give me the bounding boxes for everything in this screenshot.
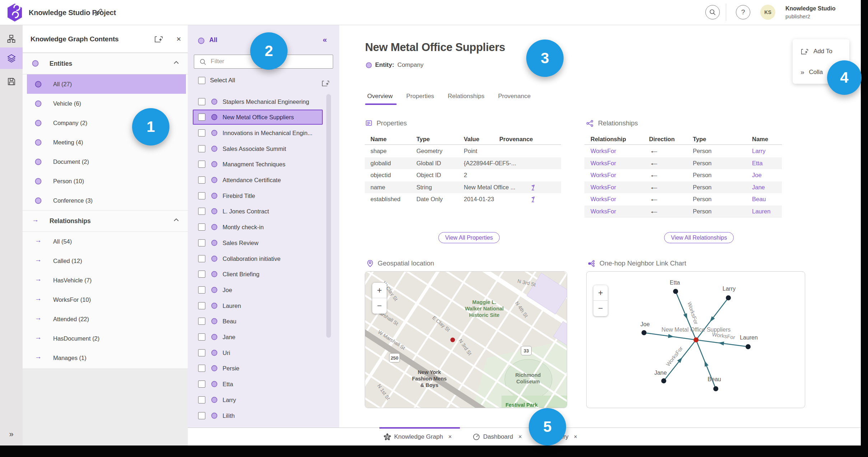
close-tab-icon[interactable]: × [574, 434, 577, 440]
contents-item[interactable]: Conference (3) [23, 191, 188, 210]
provenance-flag-icon[interactable] [531, 184, 537, 191]
help-button[interactable]: ? [736, 5, 750, 19]
item-checkbox[interactable] [198, 365, 205, 372]
contents-item[interactable]: →All (54) [23, 232, 188, 251]
entity-list-item[interactable]: Etta [188, 376, 339, 392]
add-selection-icon[interactable] [321, 79, 330, 88]
item-checkbox[interactable] [198, 129, 205, 137]
entity-list-item[interactable]: Firebird Title [188, 188, 339, 204]
section-header-relationships[interactable]: → Relationships [23, 210, 188, 232]
view-all-properties-button[interactable]: View All Properties [438, 232, 500, 243]
item-checkbox[interactable] [198, 412, 205, 419]
bottom-tab-dashboard[interactable]: Dashboard× [468, 428, 527, 446]
view-all-relationships-button[interactable]: View All Relationships [664, 232, 734, 243]
zoom-out-button[interactable]: − [593, 301, 608, 316]
contents-item[interactable]: →HasDocument (2) [23, 329, 188, 348]
contents-item[interactable]: →Called (12) [23, 251, 188, 271]
entity-list-item[interactable]: Joe [188, 282, 339, 298]
add-to-new-map-icon[interactable] [154, 34, 163, 44]
bottom-tab-knowledge-graph[interactable]: Knowledge Graph× [379, 428, 460, 446]
zoom-in-button[interactable]: + [593, 285, 608, 301]
item-checkbox[interactable] [198, 98, 205, 105]
select-all-checkbox[interactable] [198, 77, 205, 84]
entity-list-item[interactable]: New Metal Office Suppliers [188, 109, 339, 125]
contents-item[interactable]: →Manages (1) [23, 348, 188, 368]
item-checkbox[interactable] [198, 380, 205, 388]
item-checkbox[interactable] [198, 176, 205, 184]
rel-name-link[interactable]: Joe [752, 172, 762, 179]
contents-item[interactable]: Person (10) [23, 171, 188, 191]
rel-name-link[interactable]: Larry [752, 148, 766, 154]
chevron-up-icon[interactable] [173, 217, 179, 223]
contents-item[interactable]: All (27) [23, 74, 188, 94]
entity-list-item[interactable]: Lauren [188, 298, 339, 314]
entity-list-item[interactable]: Client Briefing [188, 266, 339, 282]
rel-name-link[interactable]: Beau [752, 196, 766, 203]
item-checkbox[interactable] [198, 239, 205, 246]
entity-list-item[interactable]: Persie [188, 360, 339, 376]
search-button[interactable] [705, 5, 720, 19]
entity-list-item[interactable]: Sales Review [188, 235, 339, 251]
rel-name-link[interactable]: Etta [752, 160, 762, 167]
tab-properties[interactable]: Properties [406, 93, 434, 100]
entity-list-item[interactable]: Attendance Certificate [188, 172, 339, 188]
relationship-link[interactable]: WorksFor [591, 196, 616, 203]
item-checkbox[interactable] [198, 271, 205, 278]
link-chart[interactable]: EttaLarryJoeLaurenJaneBeauNew Metal Offi… [586, 271, 805, 408]
model-tool-icon[interactable] [0, 28, 23, 50]
relationship-link[interactable]: WorksFor [591, 148, 616, 154]
contents-item[interactable]: Vehicle (6) [23, 94, 188, 113]
entity-list-item[interactable]: Beau [188, 313, 339, 329]
zoom-in-button[interactable]: + [372, 283, 387, 298]
relationship-link[interactable]: WorksFor [591, 184, 616, 191]
add-to-menu-item[interactable]: Add To [793, 44, 849, 59]
geospatial-map[interactable]: W Clay StN 3rd StN 4th StMarshall StE Cl… [365, 271, 567, 408]
relationship-link[interactable]: WorksFor [591, 208, 616, 215]
close-tab-icon[interactable]: × [448, 434, 452, 440]
item-checkbox[interactable] [198, 396, 205, 403]
collapse-panel-icon[interactable]: « [323, 35, 327, 44]
item-checkbox[interactable] [198, 192, 205, 199]
close-panel-icon[interactable]: × [174, 34, 183, 44]
entity-list-item[interactable]: Montly check-in [188, 219, 339, 235]
item-checkbox[interactable] [198, 223, 205, 231]
entity-list-item[interactable]: Lilith [188, 408, 339, 424]
entity-list-item[interactable]: Sales Associate Summit [188, 141, 339, 157]
entity-list-item[interactable]: Jane [188, 329, 339, 345]
chevron-up-icon[interactable] [173, 60, 179, 66]
tab-provenance[interactable]: Provenance [498, 93, 531, 100]
entity-list-item[interactable]: L. Jones Contract [188, 203, 339, 219]
item-checkbox[interactable] [198, 145, 205, 152]
rel-name-link[interactable]: Jane [752, 184, 765, 191]
layers-tool-icon[interactable] [0, 47, 23, 69]
tab-relationships[interactable]: Relationships [448, 93, 484, 100]
entity-list-item[interactable]: Innovations in Mechanical Engin... [188, 125, 339, 141]
contents-item[interactable]: →HasVehicle (7) [23, 271, 188, 290]
entity-list-item[interactable]: Larry [188, 392, 339, 408]
tab-overview[interactable]: Overview [367, 93, 393, 100]
scrollbar[interactable] [326, 94, 331, 338]
close-tab-icon[interactable]: × [518, 434, 522, 440]
zoom-out-button[interactable]: − [372, 298, 387, 314]
provenance-flag-icon[interactable] [531, 196, 537, 203]
item-checkbox[interactable] [198, 286, 205, 294]
item-checkbox[interactable] [198, 208, 205, 215]
item-checkbox[interactable] [198, 318, 205, 325]
contents-item[interactable]: →WorksFor (10) [23, 290, 188, 309]
relationship-link[interactable]: WorksFor [591, 172, 616, 179]
entity-list-item[interactable]: Collaboration initiative [188, 251, 339, 267]
expand-rail-icon[interactable]: » [0, 430, 23, 439]
edit-title-icon[interactable] [93, 8, 103, 18]
item-checkbox[interactable] [198, 302, 205, 309]
save-tool-icon[interactable] [0, 71, 23, 92]
contents-item[interactable]: Document (2) [23, 152, 188, 171]
avatar[interactable]: KS [760, 5, 775, 20]
entity-list-item[interactable]: Managment Techniques [188, 156, 339, 172]
rel-name-link[interactable]: Lauren [752, 208, 770, 215]
item-checkbox[interactable] [198, 114, 205, 121]
item-checkbox[interactable] [198, 349, 205, 356]
contents-item[interactable]: →Attended (22) [23, 309, 188, 329]
item-checkbox[interactable] [198, 333, 205, 341]
entity-list-item[interactable]: Uri [188, 345, 339, 361]
item-checkbox[interactable] [198, 161, 205, 168]
